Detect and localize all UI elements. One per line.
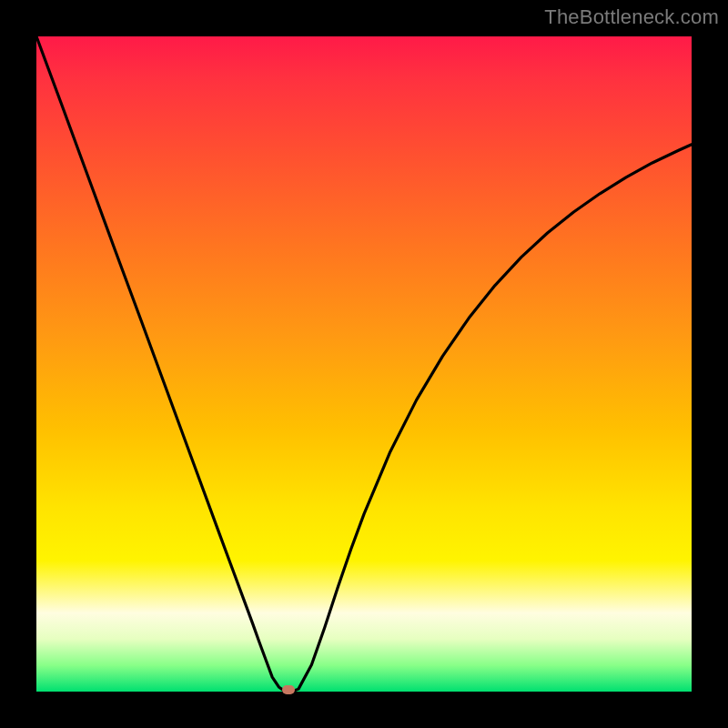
bottleneck-curve bbox=[36, 36, 692, 692]
chart-frame: TheBottleneck.com bbox=[0, 0, 728, 728]
bottleneck-curve-svg bbox=[36, 36, 692, 692]
watermark-text: TheBottleneck.com bbox=[544, 5, 719, 29]
optimal-point-marker bbox=[282, 685, 295, 694]
plot-area bbox=[36, 36, 692, 692]
